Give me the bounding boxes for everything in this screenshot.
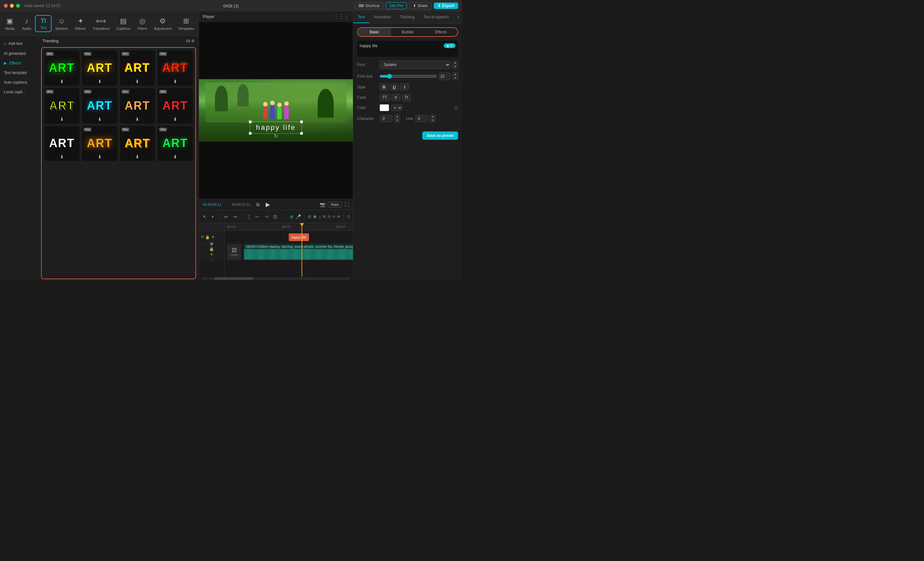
toolbar-item-stickers[interactable]: ☺ Stickers [52, 15, 71, 32]
timeline-scrollbar[interactable] [201, 277, 350, 280]
sidebar-item-effects[interactable]: ▶ Effects [0, 58, 38, 68]
lock-icon[interactable]: 🔒 [205, 235, 210, 239]
minimize-button[interactable] [10, 4, 14, 8]
line-spacing-input[interactable] [415, 115, 428, 122]
list-item[interactable]: Pro ART ⬇ [44, 88, 80, 123]
picture-in-picture-button[interactable]: ⊟ [328, 214, 330, 218]
list-item[interactable]: Pro ART ⬇ [82, 50, 117, 85]
eye-icon-v[interactable]: 👁 [210, 252, 214, 257]
list-item[interactable]: Pro ART ⬇ [158, 126, 193, 161]
zoom-out-button[interactable]: ⊖ [332, 214, 335, 218]
list-item[interactable]: Pro ART ⬇ [120, 126, 155, 161]
link-button[interactable]: ⛓ [308, 215, 311, 218]
grid-view-button[interactable]: ⊞ [256, 202, 260, 207]
eye-icon[interactable]: 👁 [211, 235, 215, 239]
mic-button[interactable]: 🎤 [296, 214, 301, 219]
cursor-tool-button[interactable]: ↖ [201, 213, 208, 221]
tab-text-to-speech[interactable]: Text-to-speech [419, 12, 453, 23]
export-button[interactable]: ⬇ Export [434, 3, 458, 9]
undo-button[interactable]: ↩ [223, 213, 230, 221]
char-up-button[interactable]: ▲ [394, 115, 400, 119]
shortcut-button[interactable]: ⌨ Shortcut [355, 2, 383, 9]
sub-tab-effects[interactable]: Effects [424, 28, 458, 36]
char-down-button[interactable]: ▼ [394, 119, 400, 123]
color-dropdown[interactable]: ▾ [391, 105, 403, 111]
more-tabs-button[interactable]: » [454, 12, 462, 23]
fullscreen-button[interactable] [16, 4, 20, 8]
bold-button[interactable]: B [380, 83, 388, 91]
toolbar-item-filters[interactable]: ◎ Filters [134, 15, 151, 32]
list-item[interactable]: Pro ART ⬇ [158, 50, 193, 85]
char-spacing-input[interactable] [380, 115, 392, 122]
fullscreen-button[interactable]: ⛶ [345, 202, 349, 207]
sub-tab-basic[interactable]: Basic [358, 28, 391, 36]
video-track-button[interactable]: ▣ [313, 214, 316, 218]
font-stepper[interactable]: ▲ ▼ [452, 61, 458, 69]
audio-icon-v[interactable]: ♪ [211, 258, 213, 262]
save-preset-button[interactable]: Save as preset [422, 132, 458, 140]
text-overlay-container[interactable]: happy life [250, 121, 302, 134]
font-select[interactable]: System [380, 61, 450, 69]
tab-text[interactable]: Text [353, 12, 369, 23]
close-button[interactable] [4, 4, 8, 8]
settings-timeline-button[interactable]: ⏱ [347, 215, 350, 218]
line-down-button[interactable]: ▼ [430, 119, 435, 123]
toolbar-item-media[interactable]: ▣ Media [1, 15, 18, 32]
player-menu-button[interactable]: ⋮⋮⋮ [334, 13, 349, 19]
join-pro-button[interactable]: Join Pro [386, 2, 407, 9]
toolbar-item-captions[interactable]: ▤ Captions [113, 15, 134, 32]
split-screen-button[interactable]: ⊞ [323, 214, 326, 218]
italic-button[interactable]: I [400, 83, 409, 91]
play-button[interactable]: ▶ [266, 201, 270, 208]
trim-start-button[interactable]: ⊢ [254, 213, 261, 221]
ai-toggle[interactable]: ◉ AI [444, 43, 456, 48]
sidebar-item-local-captions[interactable]: Local capti... [0, 87, 38, 97]
trim-end-button[interactable]: ⊣ [263, 213, 270, 221]
list-item[interactable]: Pro ART ⬇ [44, 50, 80, 85]
sidebar-item-add-text[interactable]: + Add text [0, 39, 38, 49]
zoom-in-button[interactable]: ⊕ [337, 214, 340, 218]
filter-all-button[interactable]: All ⚙ [186, 39, 195, 43]
scrollbar-thumb[interactable] [214, 277, 253, 280]
sidebar-item-ai-generated[interactable]: AI generated [0, 49, 38, 58]
audio-track-button[interactable]: ♫ [318, 215, 321, 218]
text-clip[interactable]: happy life [289, 233, 309, 241]
toolbar-item-templates[interactable]: ⊞ Templates [175, 15, 197, 32]
char-stepper[interactable]: ▲ ▼ [394, 114, 400, 123]
keyframe-button[interactable]: ◇ [454, 105, 458, 111]
font-size-down-button[interactable]: ▼ [453, 76, 458, 80]
font-up-button[interactable]: ▲ [453, 61, 458, 65]
split-button[interactable]: ⌶ [246, 213, 252, 221]
cursor-dropdown-button[interactable]: ▾ [210, 213, 215, 220]
list-item[interactable]: Pro ART ⬇ [120, 88, 155, 123]
tab-animation[interactable]: Animation [369, 12, 395, 23]
list-item[interactable]: Pro ART ⬇ [82, 88, 117, 123]
line-stepper[interactable]: ▲ ▼ [430, 114, 436, 123]
toolbar-item-effects[interactable]: ✦ Effects [71, 15, 89, 32]
toolbar-item-transitions[interactable]: ⟺ Transitions [90, 15, 113, 32]
lock-icon-v[interactable]: 🔒 [209, 247, 214, 251]
sub-tab-bubble[interactable]: Bubble [391, 28, 424, 36]
tab-tracking[interactable]: Tracking [395, 12, 419, 23]
list-item[interactable]: Pro ART ⬇ [82, 126, 117, 161]
text-input-area[interactable]: happy life ◉ AI [357, 41, 458, 57]
share-button[interactable]: ⬆ Share [410, 2, 431, 9]
toolbar-item-audio[interactable]: ♪ Audio [18, 15, 35, 32]
snap-button[interactable]: ⊕ [290, 214, 294, 219]
font-down-button[interactable]: ▼ [453, 65, 458, 69]
case-title-button[interactable]: Tt [402, 94, 411, 101]
list-item[interactable]: Pro ART ⬇ [120, 50, 155, 85]
color-swatch[interactable] [380, 104, 389, 111]
case-lower-button[interactable]: tt [392, 94, 400, 101]
list-item[interactable]: ART ⬇ [44, 126, 80, 161]
font-size-input[interactable]: 15 [439, 72, 450, 80]
sidebar-item-text-template[interactable]: Text template [0, 68, 38, 78]
underline-button[interactable]: U [390, 83, 399, 91]
line-up-button[interactable]: ▲ [430, 115, 435, 119]
ratio-button[interactable]: Ratio [328, 202, 342, 207]
redo-button[interactable]: ↪ [232, 213, 238, 221]
list-item[interactable]: Pro ART ⬇ [158, 88, 193, 123]
delete-button[interactable]: ⊡ [272, 213, 279, 221]
font-size-up-button[interactable]: ▲ [453, 72, 458, 76]
toolbar-item-adjustment[interactable]: ⚙ Adjustment [151, 15, 175, 32]
